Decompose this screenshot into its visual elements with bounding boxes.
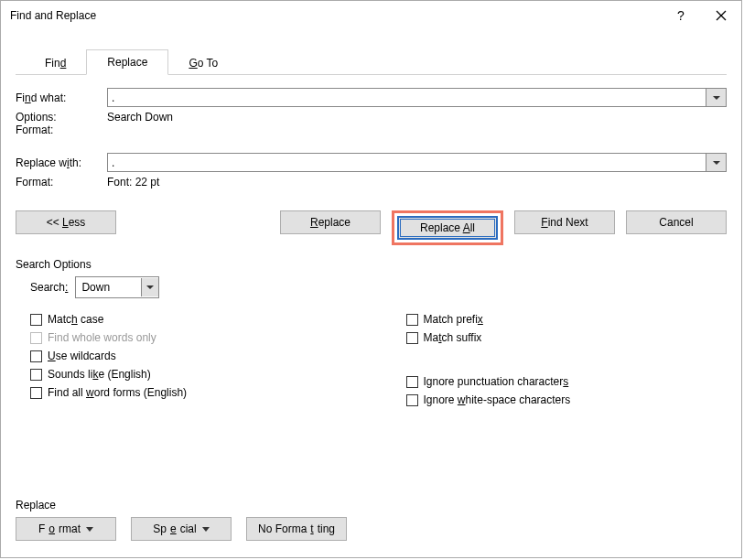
search-direction-select[interactable]: Down	[75, 276, 159, 298]
tab-find[interactable]: Find	[25, 51, 86, 75]
chevron-down-icon	[713, 161, 720, 165]
whole-words-checkbox: Find whole words only	[30, 331, 351, 344]
match-prefix-checkbox[interactable]: Match prefix	[406, 313, 728, 326]
tab-replace[interactable]: Replace	[86, 49, 168, 75]
find-next-button[interactable]: Find Next	[514, 210, 615, 234]
search-options-title: Search Options	[16, 258, 727, 271]
replace-format-label: Format:	[16, 176, 107, 188]
match-case-checkbox[interactable]: Match case	[30, 313, 351, 326]
word-forms-checkbox[interactable]: Find all word forms (English)	[30, 386, 351, 399]
help-button[interactable]: ?	[661, 1, 701, 30]
options-value: Search Down	[107, 111, 727, 124]
replace-with-combo[interactable]	[107, 153, 727, 172]
replace-section-title: Replace	[16, 499, 727, 512]
no-formatting-button[interactable]: No Formatting	[246, 517, 347, 541]
find-replace-dialog: Find and Replace ? Find Replace Go To Fi…	[0, 0, 742, 558]
find-format-value	[107, 124, 727, 136]
less-button[interactable]: << Less	[16, 210, 116, 234]
sounds-like-checkbox[interactable]: Sounds like (English)	[30, 368, 351, 381]
chevron-down-icon	[146, 285, 154, 289]
triangle-down-icon	[202, 527, 210, 532]
search-direction-value: Down	[76, 281, 141, 294]
find-what-input[interactable]	[108, 89, 706, 106]
search-direction-label: Search:	[30, 281, 68, 294]
find-what-label: Find what:	[16, 92, 107, 104]
titlebar: Find and Replace ?	[1, 1, 741, 30]
find-format-label: Format:	[16, 124, 107, 136]
use-wildcards-checkbox[interactable]: Use wildcards	[30, 350, 351, 362]
tab-goto[interactable]: Go To	[168, 51, 238, 75]
format-menu-button[interactable]: Format	[16, 517, 116, 541]
ignore-whitespace-checkbox[interactable]: Ignore white-space characters	[406, 393, 728, 406]
replace-with-label: Replace with:	[16, 156, 107, 169]
ignore-punctuation-checkbox[interactable]: Ignore punctuation characters	[406, 375, 728, 388]
chevron-down-icon	[713, 96, 720, 100]
replace-format-value: Font: 22 pt	[107, 176, 727, 188]
dialog-title: Find and Replace	[10, 9, 96, 22]
replace-with-input[interactable]	[108, 154, 706, 171]
special-menu-button[interactable]: Special	[131, 517, 232, 541]
close-button[interactable]	[701, 1, 741, 30]
cancel-button[interactable]: Cancel	[626, 210, 727, 234]
find-what-dropdown[interactable]	[706, 89, 726, 106]
options-label: Options:	[16, 111, 107, 124]
match-suffix-checkbox[interactable]: Match suffix	[406, 331, 728, 344]
replace-with-dropdown[interactable]	[706, 154, 726, 171]
replace-all-highlight: Replace All	[392, 210, 503, 245]
replace-all-button[interactable]: Replace All	[397, 216, 498, 240]
tab-bar: Find Replace Go To	[16, 48, 727, 75]
find-what-combo[interactable]	[107, 88, 727, 107]
replace-button[interactable]: Replace	[280, 210, 381, 234]
triangle-down-icon	[86, 527, 93, 532]
close-icon	[716, 10, 727, 21]
